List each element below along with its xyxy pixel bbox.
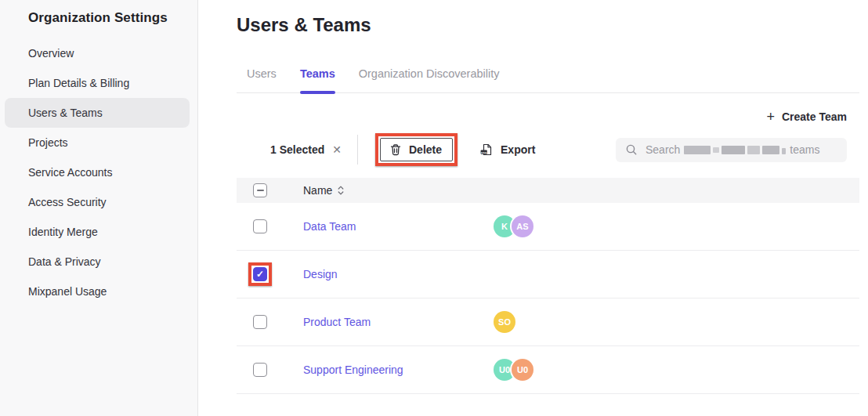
organization-settings-page: Organization Settings OverviewPlan Detai…: [0, 0, 868, 416]
team-name-link[interactable]: Support Engineering: [303, 364, 403, 376]
delete-annotation-box: Delete: [375, 133, 458, 166]
export-csv-icon: csv: [479, 143, 494, 157]
tab-users[interactable]: Users: [247, 67, 277, 92]
team-name-link[interactable]: Data Team: [303, 220, 356, 233]
checkbox-annotation-box: ✓: [248, 262, 272, 286]
sidebar-item-users-teams[interactable]: Users & Teams: [5, 98, 190, 128]
export-button[interactable]: csv Export: [479, 143, 535, 157]
search-placeholder: Search teams: [646, 143, 819, 156]
member-avatar: U0: [512, 359, 533, 381]
table-row-design: ✓Design: [237, 251, 859, 298]
clear-selection-icon[interactable]: ✕: [332, 144, 342, 155]
selection-toolbar: 1 Selected ✕ Delete c: [237, 131, 859, 168]
sidebar-item-mixpanel-usage[interactable]: Mixpanel Usage: [5, 277, 190, 306]
row-checkbox-support-engineering[interactable]: [253, 363, 267, 377]
table-body: Data TeamKAS✓DesignProduct TeamSOSupport…: [237, 203, 859, 394]
selected-count-group: 1 Selected ✕: [270, 143, 342, 156]
create-team-button[interactable]: + Create Team: [766, 110, 847, 123]
redacted-text-blocks: [684, 145, 786, 154]
page-title: Users & Teams: [237, 14, 859, 36]
sidebar-item-overview[interactable]: Overview: [5, 38, 190, 68]
sidebar-item-identity-merge[interactable]: Identity Merge: [5, 217, 190, 247]
search-input[interactable]: Search teams: [616, 138, 847, 162]
search-icon: [625, 143, 638, 156]
team-name-link[interactable]: Product Team: [303, 316, 371, 328]
delete-button[interactable]: Delete: [380, 138, 453, 161]
sidebar-item-access-security[interactable]: Access Security: [5, 187, 190, 217]
sidebar-item-projects[interactable]: Projects: [5, 128, 190, 157]
sidebar-nav: OverviewPlan Details & BillingUsers & Te…: [0, 38, 197, 306]
sidebar: Organization Settings OverviewPlan Detai…: [0, 0, 198, 416]
toolbar-divider: [357, 135, 358, 165]
table-row-data-team: Data TeamKAS: [237, 203, 859, 251]
table-row-support-engineering: Support EngineeringU0U0: [237, 346, 859, 394]
actions-row: + Create Team: [237, 110, 859, 123]
sidebar-item-service-accounts[interactable]: Service Accounts: [5, 157, 190, 187]
tab-bar: UsersTeamsOrganization Discoverability: [237, 67, 859, 93]
tab-organization-discoverability[interactable]: Organization Discoverability: [359, 67, 500, 92]
row-checkbox-design[interactable]: ✓: [253, 267, 267, 281]
selected-count-label: 1 Selected: [270, 143, 324, 156]
export-button-label: Export: [501, 143, 535, 156]
table-header-row: Name: [237, 178, 859, 203]
main-content: Users & Teams UsersTeamsOrganization Dis…: [198, 0, 868, 416]
sort-icon[interactable]: [338, 185, 344, 196]
create-team-label: Create Team: [782, 110, 847, 123]
member-avatar: AS: [512, 215, 533, 237]
delete-button-label: Delete: [409, 143, 442, 156]
table-row-product-team: Product TeamSO: [237, 298, 859, 346]
sidebar-title: Organization Settings: [0, 0, 197, 26]
member-avatar: SO: [494, 311, 515, 333]
name-column-header[interactable]: Name: [303, 184, 494, 197]
row-checkbox-data-team[interactable]: [253, 219, 267, 233]
row-checkbox-product-team[interactable]: [253, 315, 267, 329]
tab-teams[interactable]: Teams: [300, 67, 335, 92]
trash-icon: [389, 143, 402, 156]
team-name-link[interactable]: Design: [303, 268, 338, 280]
sidebar-item-plan-details-billing[interactable]: Plan Details & Billing: [5, 68, 190, 98]
plus-icon: +: [766, 111, 775, 122]
teams-table: Name Data TeamKAS✓DesignProduct TeamSOSu…: [237, 178, 859, 394]
select-all-checkbox[interactable]: [253, 183, 267, 197]
svg-text:csv: csv: [481, 150, 487, 154]
sidebar-item-data-privacy[interactable]: Data & Privacy: [5, 247, 190, 277]
